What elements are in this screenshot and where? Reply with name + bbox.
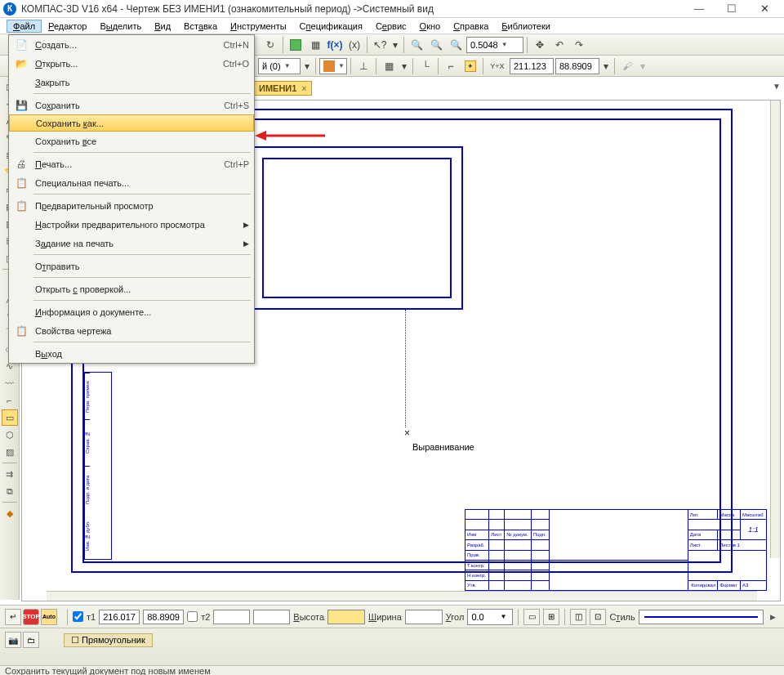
brush-icon[interactable]: 🖌: [618, 57, 636, 75]
prop-apply-icon[interactable]: ↵: [5, 609, 21, 625]
menu-spec[interactable]: Спецификация: [293, 20, 369, 33]
close-tab-icon[interactable]: ×: [301, 84, 306, 93]
maximize-button[interactable]: ☐: [715, 1, 748, 17]
t2-checkbox[interactable]: [187, 611, 198, 622]
side-label: Инв. № дубл.: [85, 512, 90, 559]
menu-editor[interactable]: Редактор: [42, 20, 93, 33]
menu-item-exit[interactable]: Выход: [9, 344, 254, 363]
menu-item-preview[interactable]: Предварительный просмотр: [9, 196, 254, 215]
menu-item-send[interactable]: Отправить: [9, 257, 254, 275]
menu-item-drawing-props[interactable]: Свойства чертежа: [9, 321, 254, 340]
menu-item-save-as[interactable]: Сохранить как...: [9, 114, 254, 132]
zoom-fit-icon[interactable]: 🔍: [427, 36, 445, 54]
dropdown-icon[interactable]: ▾: [302, 57, 312, 75]
open-icon: [12, 56, 30, 71]
prop-stop-icon[interactable]: STOP: [23, 609, 39, 625]
zoom-factor-value: 0.5048: [470, 40, 498, 50]
line-style-dropdown[interactable]: [639, 610, 764, 624]
t2-y-field[interactable]: [253, 610, 290, 624]
menu-separator: [33, 300, 251, 301]
tabs-dropdown-icon[interactable]: ▼: [773, 82, 781, 91]
axes-mode2-icon[interactable]: ⊞: [543, 609, 559, 625]
menu-item-open[interactable]: Открыть... Ctrl+O: [9, 54, 254, 73]
doc-tab-active[interactable]: ИМЕНИ1 ×: [253, 81, 312, 96]
tool-assoc-icon[interactable]: ◆: [2, 505, 18, 521]
tool-hatch-icon[interactable]: ▨: [2, 444, 18, 460]
tool-polygon-icon[interactable]: ⬡: [2, 427, 18, 443]
x-coord-field[interactable]: [510, 58, 554, 74]
angle-label: Угол: [446, 612, 465, 622]
menu-item-save-all[interactable]: Сохранить все: [9, 132, 254, 150]
fx-icon[interactable]: f(×): [326, 36, 344, 54]
dropdown-icon[interactable]: ▾: [601, 57, 611, 75]
menu-item-save[interactable]: Сохранить Ctrl+S: [9, 96, 254, 114]
tool-equid-icon[interactable]: ⇉: [2, 466, 18, 482]
t1-checkbox[interactable]: [73, 611, 83, 622]
tool-rectangle-icon[interactable]: ▭: [2, 409, 18, 426]
rotate-left-icon[interactable]: ↶: [550, 36, 568, 54]
shortcut-label: Ctrl+N: [224, 40, 249, 50]
snap-toggle-icon[interactable]: ✦: [461, 57, 479, 75]
t1-y-field[interactable]: [143, 610, 184, 624]
tool-bezier-icon[interactable]: 〰: [2, 375, 18, 391]
rotate-right-icon[interactable]: ↷: [570, 36, 588, 54]
menu-select[interactable]: Выделить: [93, 20, 148, 33]
context-help-icon[interactable]: ↖?: [371, 36, 389, 54]
axes-mode1-icon[interactable]: ▭: [523, 609, 540, 625]
menu-service[interactable]: Сервис: [369, 20, 413, 33]
h-scrollbar[interactable]: [47, 591, 757, 601]
zoom-sel-icon[interactable]: 🔍: [447, 36, 465, 54]
menu-item-open-verify[interactable]: Открыть с проверкой...: [9, 279, 254, 298]
height-label: Высота: [293, 612, 324, 622]
v-scrollbar[interactable]: [770, 101, 780, 558]
refresh-icon[interactable]: ↻: [261, 36, 279, 54]
prop-auto-icon[interactable]: Auto: [41, 609, 57, 625]
menu-view[interactable]: Вид: [148, 20, 177, 33]
height-field[interactable]: [327, 610, 365, 624]
menu-item-print-job[interactable]: Задание на печать ▶: [9, 234, 254, 253]
tool-chamfer-icon[interactable]: ⌐: [2, 392, 18, 409]
menu-tools[interactable]: Инструменты: [224, 20, 293, 33]
dropdown-icon[interactable]: ▾: [390, 36, 400, 54]
layer-dropdown[interactable]: й (0) ▼: [258, 58, 301, 74]
menu-item-close[interactable]: Закрыть: [9, 73, 254, 92]
pan-icon[interactable]: ✥: [531, 36, 549, 54]
close-button[interactable]: ✕: [748, 1, 781, 17]
menu-item-special-print[interactable]: Специальная печать...: [9, 173, 254, 192]
report-icon[interactable]: ▦: [306, 36, 324, 54]
statusbar: Сохранить текущий документ под новым име…: [0, 665, 784, 675]
color-dropdown[interactable]: ▼: [319, 58, 347, 74]
dropdown-icon[interactable]: ▾: [638, 57, 648, 75]
angle-field[interactable]: ▼: [467, 609, 513, 625]
y-coord-field[interactable]: [555, 58, 599, 74]
t2-x-field[interactable]: [213, 610, 250, 624]
tool-collect-icon[interactable]: ⧉: [2, 483, 18, 499]
menu-window[interactable]: Окно: [413, 20, 448, 33]
center-mode-icon[interactable]: ◫: [570, 609, 586, 625]
vars-icon[interactable]: (x): [345, 36, 363, 54]
prop-copy-icon[interactable]: 📷: [5, 632, 21, 648]
zoom-rect-icon[interactable]: 🔍: [408, 36, 425, 54]
snap-icon[interactable]: ⌐: [442, 57, 460, 75]
menu-item-print[interactable]: Печать... Ctrl+P: [9, 154, 254, 173]
menu-file[interactable]: Файл: [7, 20, 42, 33]
corner-mode-icon[interactable]: ⊡: [590, 609, 606, 625]
prop-lib-icon[interactable]: 🗀: [23, 632, 39, 648]
grid-icon[interactable]: ▦: [380, 57, 398, 75]
width-field[interactable]: [405, 610, 443, 624]
lcs-icon[interactable]: └: [416, 57, 434, 75]
menu-item-doc-info[interactable]: Информация о документе...: [9, 302, 254, 321]
nested-frame-inner: [262, 158, 452, 298]
ortho-icon[interactable]: ⊥: [354, 57, 372, 75]
menu-help[interactable]: Справка: [447, 20, 495, 33]
zoom-factor-field[interactable]: 0.5048 ▼: [466, 37, 523, 53]
minimize-button[interactable]: —: [683, 1, 715, 17]
menu-insert[interactable]: Вставка: [177, 20, 224, 33]
property-tab[interactable]: ☐ Прямоугольник: [64, 633, 153, 647]
dropdown-icon[interactable]: ▾: [399, 57, 409, 75]
menu-libs[interactable]: Библиотеки: [495, 20, 557, 33]
menu-item-preview-settings[interactable]: Настройки предварительного просмотра ▶: [9, 215, 254, 234]
table-icon[interactable]: [287, 36, 305, 54]
menu-item-new[interactable]: Создать... Ctrl+N: [9, 35, 254, 54]
t1-x-field[interactable]: [99, 610, 140, 624]
